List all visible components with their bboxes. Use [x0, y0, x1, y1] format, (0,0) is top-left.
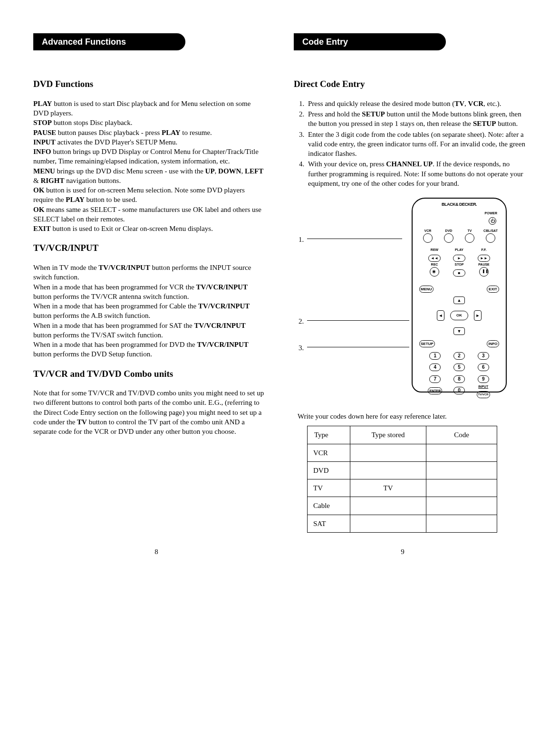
left-column: Advanced Functions DVD Functions PLAY bu… — [33, 33, 265, 533]
mode-button-tv — [465, 233, 474, 243]
text: , — [464, 100, 468, 107]
num-0-button: 0 — [453, 387, 465, 394]
heading-tv-vcr-input: TV/VCR/INPUT — [33, 242, 265, 254]
table-row: TV TV — [308, 479, 497, 497]
menu-button: MENU — [419, 286, 434, 293]
text: button is used for on-screen Menu select… — [33, 186, 245, 203]
tvvcr-button: TV/VCR — [477, 391, 490, 398]
cell-type: VCR — [308, 444, 350, 461]
callout-line-2 — [307, 320, 409, 321]
bold: CHANNEL UP — [386, 160, 433, 168]
page-num-left: 8 — [33, 547, 280, 556]
exit-button: EXIT — [487, 286, 499, 293]
ff-button-icon: ►► — [478, 255, 490, 262]
text: button is used to Exit or Clear on-scree… — [51, 225, 213, 232]
cell-stored — [350, 444, 426, 461]
text: button. — [496, 120, 518, 127]
stop-label: STOP — [447, 263, 472, 266]
text: button performs the TV/VCR antenna switc… — [33, 293, 189, 300]
bold: PLAY — [33, 100, 52, 107]
text: When in a mode that has been programmed … — [33, 322, 194, 329]
table-header-row: Type Type stored Code — [308, 426, 497, 444]
play-button-icon: ► — [453, 255, 465, 262]
bold: TV/VCR/INPUT — [198, 302, 250, 310]
text: When in a mode that has been programmed … — [33, 302, 198, 310]
text: When in a mode that has been programmed … — [33, 283, 196, 291]
rew-button-icon: ◄◄ — [428, 255, 441, 262]
text: button pauses Disc playback - press — [56, 129, 162, 136]
dpad: ▲ ▼ ◄ ► OK — [433, 296, 485, 336]
cell-code — [426, 497, 497, 515]
text: button performs the DVD Setup function. — [33, 350, 152, 358]
bold: DOWN — [218, 167, 241, 175]
table-caption: Write your codes down here for easy refe… — [298, 411, 526, 421]
bold: TV/VCR/INPUT — [194, 322, 245, 329]
text: With your device on, press — [308, 160, 386, 168]
codes-table: Type Type stored Code VCR DVD TV TV Cabl… — [307, 426, 497, 533]
bold: STOP — [33, 119, 52, 126]
bold: TV/VCR/INPUT — [197, 341, 248, 348]
tab-advanced-functions: Advanced Functions — [33, 33, 185, 50]
text: navigation buttons. — [64, 177, 121, 184]
step-3: Enter the 3 digit code from the code tab… — [306, 130, 526, 159]
cell-code — [426, 444, 497, 461]
bold: LEFT — [245, 167, 263, 175]
mode-button-vcr — [423, 233, 433, 243]
num-5-button: 5 — [453, 364, 465, 371]
th-type: Type — [308, 426, 350, 444]
power-button-icon: ⏻ — [489, 217, 496, 225]
table-row: DVD — [308, 461, 497, 479]
stop-button-icon: ■ — [453, 269, 465, 277]
cell-stored — [350, 497, 426, 515]
tab-code-entry: Code Entry — [294, 33, 446, 50]
bold: OK — [33, 186, 44, 194]
text: & — [33, 177, 40, 184]
bold: INFO — [33, 148, 51, 155]
heading-dvd-functions: DVD Functions — [33, 78, 265, 90]
text: means same as SELECT - some manufacturer… — [33, 206, 261, 223]
th-type-stored: Type stored — [350, 426, 426, 444]
dvd-functions-text: PLAY button is used to start Disc playba… — [33, 99, 265, 234]
text: , etc.). — [483, 100, 501, 107]
callout-3: 3. — [299, 343, 304, 353]
bold: OK — [33, 206, 44, 213]
bold: INPUT — [33, 138, 56, 146]
text: button stops Disc playback. — [52, 119, 133, 126]
num-2-button: 2 — [453, 352, 465, 360]
text: activates the DVD Player's SETUP Menu. — [56, 138, 178, 146]
num-6-button: 6 — [478, 364, 489, 371]
mode-label-dvd: DVD — [438, 229, 459, 232]
text: When in a mode that has been programmed … — [33, 341, 197, 348]
step-1: Press and quickly release the desired mo… — [306, 99, 526, 108]
cell-type: TV — [308, 479, 350, 497]
down-arrow-icon: ▼ — [453, 327, 465, 335]
setup-button: SETUP — [419, 340, 435, 347]
cell-stored — [350, 515, 426, 532]
bold: TV/VCR/INPUT — [196, 283, 248, 291]
cell-type: Cable — [308, 497, 350, 515]
num-1-button: 1 — [429, 352, 441, 360]
page-num-right: 9 — [280, 547, 526, 556]
ff-label: F.F. — [472, 248, 496, 251]
num-7-button: 7 — [429, 375, 441, 383]
cell-type: DVD — [308, 461, 350, 479]
callout-1: 1. — [299, 235, 304, 244]
play-label: PLAY — [447, 248, 472, 251]
bold: TV — [77, 418, 87, 426]
mode-button-dvd — [444, 233, 453, 243]
table-row: Cable — [308, 497, 497, 515]
mode-label-tv: TV — [459, 229, 480, 232]
text: , — [241, 167, 245, 175]
num-8-button: 8 — [453, 375, 465, 383]
cell-stored: TV — [350, 479, 426, 497]
cell-code — [426, 461, 497, 479]
text: brings up the DVD disc Menu screen - use… — [55, 167, 205, 175]
mode-label-cblsat: CBL/SAT — [480, 229, 501, 232]
text: button is used to start Disc playback an… — [33, 100, 251, 117]
tvvcr-text: When in TV mode the TV/VCR/INPUT button … — [33, 263, 265, 359]
bold: VCR — [468, 100, 484, 107]
bold: RIGHT — [40, 177, 64, 184]
bold: PAUSE — [33, 129, 56, 136]
table-row: VCR — [308, 444, 497, 461]
bold: UP — [205, 167, 215, 175]
